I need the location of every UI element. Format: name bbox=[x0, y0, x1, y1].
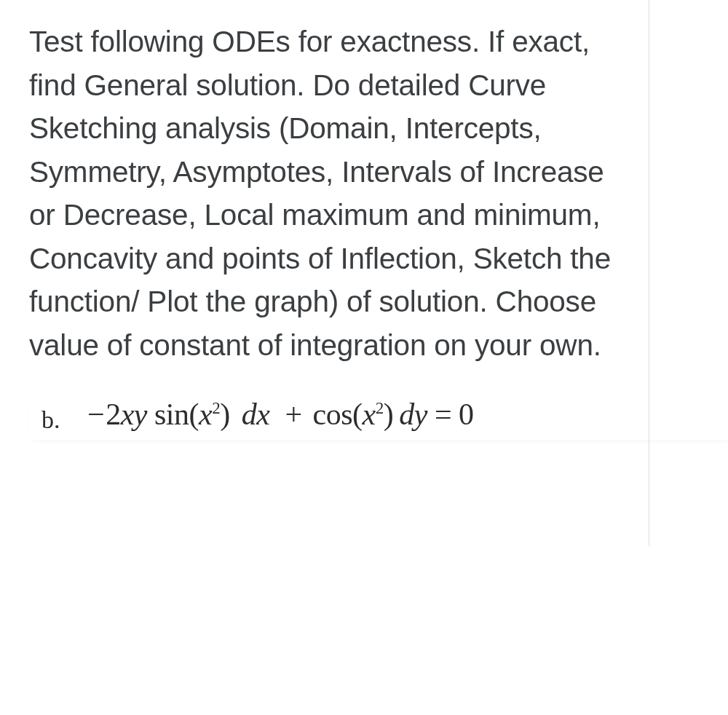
dy-y: y bbox=[414, 398, 427, 431]
dx-x: x bbox=[256, 398, 269, 431]
ode-equation: −2xy sin(x2)dx+ cos(x2)dy=0 bbox=[87, 395, 474, 430]
lparen-1: ( bbox=[189, 398, 199, 431]
zero: 0 bbox=[459, 398, 474, 431]
minus-sign: − bbox=[87, 398, 104, 431]
var-y: y bbox=[134, 398, 147, 431]
problem-instructions: Test following ODEs for exactness. If ex… bbox=[29, 20, 619, 367]
coef-2: 2 bbox=[106, 398, 121, 431]
lparen-2: ( bbox=[352, 398, 363, 431]
dy-d: d bbox=[399, 398, 414, 431]
fn-cos: cos bbox=[313, 398, 353, 431]
fn-sin: sin bbox=[154, 398, 189, 431]
dx-d: d bbox=[242, 398, 257, 431]
equals-sign: = bbox=[435, 398, 451, 431]
exp-2-2: 2 bbox=[376, 398, 384, 417]
vertical-divider bbox=[649, 0, 649, 546]
rparen-1: ) bbox=[220, 398, 230, 431]
document-page: Test following ODEs for exactness. If ex… bbox=[0, 0, 728, 715]
plus-sign: + bbox=[285, 398, 301, 431]
exp-2-1: 2 bbox=[212, 398, 220, 417]
equation-item: b. −2xy sin(x2)dx+ cos(x2)dy=0 bbox=[29, 395, 728, 440]
arg-x-2: x bbox=[363, 398, 376, 431]
item-label: b. bbox=[33, 395, 87, 432]
var-x: x bbox=[121, 398, 134, 431]
rparen-2: ) bbox=[384, 398, 394, 431]
arg-x-1: x bbox=[199, 398, 212, 431]
